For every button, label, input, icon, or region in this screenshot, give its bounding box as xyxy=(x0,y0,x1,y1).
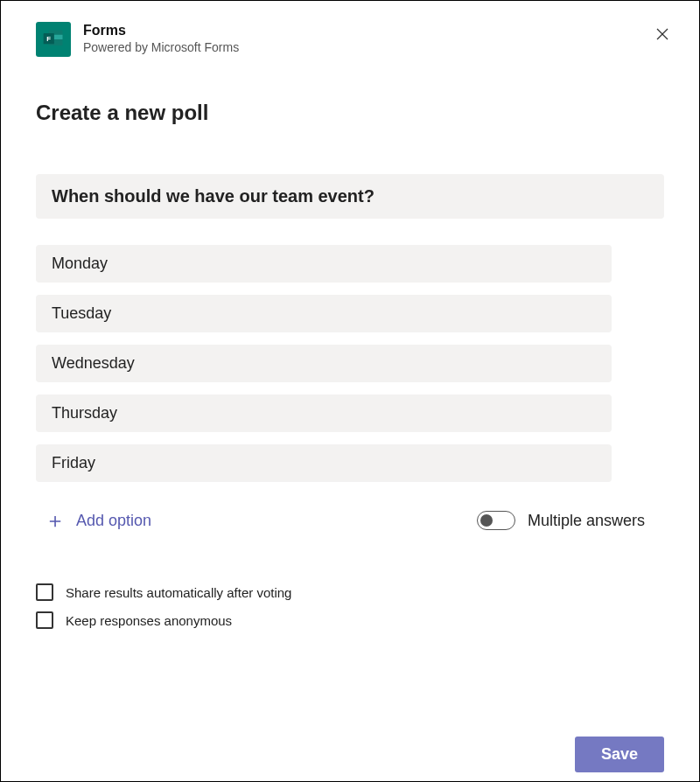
anonymous-label: Keep responses anonymous xyxy=(66,613,232,628)
header-text: Forms Powered by Microsoft Forms xyxy=(83,22,664,54)
add-option-button[interactable]: ＋ Add option xyxy=(36,506,160,534)
multiple-answers-label: Multiple answers xyxy=(528,512,645,530)
share-results-checkbox[interactable]: Share results automatically after voting xyxy=(36,583,664,601)
modal-header: F Forms Powered by Microsoft Forms xyxy=(36,22,664,57)
poll-option-input[interactable] xyxy=(36,295,612,332)
modal-footer: Save xyxy=(36,737,664,781)
toggle-knob xyxy=(480,514,493,527)
poll-option-input[interactable] xyxy=(36,394,612,432)
anonymous-checkbox[interactable]: Keep responses anonymous xyxy=(36,611,664,629)
multiple-answers-control: Multiple answers xyxy=(477,511,645,530)
poll-option-input[interactable] xyxy=(36,345,612,382)
plus-icon: ＋ xyxy=(45,510,66,531)
save-button[interactable]: Save xyxy=(575,737,664,772)
forms-app-icon: F xyxy=(36,22,71,57)
close-icon xyxy=(656,28,668,40)
close-button[interactable] xyxy=(650,22,675,46)
forms-icon: F xyxy=(41,27,66,52)
poll-settings: Share results automatically after voting… xyxy=(36,583,664,639)
poll-question-input[interactable] xyxy=(36,174,664,219)
app-title: Forms xyxy=(83,22,664,38)
poll-option-input[interactable] xyxy=(36,245,612,283)
share-results-label: Share results automatically after voting xyxy=(66,585,291,600)
svg-text:F: F xyxy=(46,35,51,43)
checkbox-icon xyxy=(36,583,53,601)
checkbox-icon xyxy=(36,611,53,629)
page-title: Create a new poll xyxy=(36,101,664,125)
forms-poll-modal: F Forms Powered by Microsoft Forms Creat… xyxy=(0,0,700,782)
poll-option-input[interactable] xyxy=(36,444,612,482)
option-controls-row: ＋ Add option Multiple answers xyxy=(36,506,664,534)
multiple-answers-toggle[interactable] xyxy=(477,511,515,530)
add-option-label: Add option xyxy=(76,512,151,530)
app-subtitle: Powered by Microsoft Forms xyxy=(83,40,664,54)
